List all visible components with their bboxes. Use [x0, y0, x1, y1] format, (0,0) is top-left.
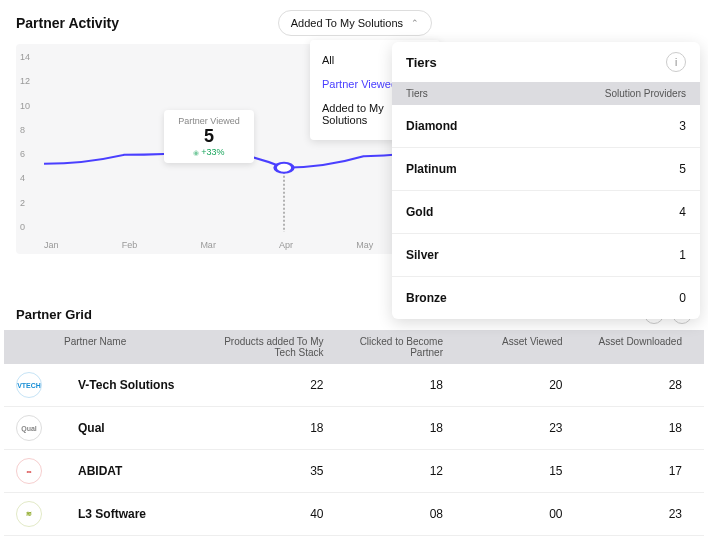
partner-logo: Qual — [16, 415, 42, 441]
x-tick: Jan — [44, 240, 59, 250]
col-products-added: Products added To My Tech Stack — [214, 336, 334, 358]
cell-value: 08 — [334, 507, 454, 521]
svg-point-1 — [275, 163, 293, 173]
col-clicked-become: Clicked to Become Partner — [334, 336, 454, 358]
tier-name: Platinum — [406, 162, 679, 176]
col-asset-downloaded: Asset Downloaded — [573, 336, 693, 358]
info-icon[interactable]: i — [666, 52, 686, 72]
activity-filter-dropdown[interactable]: Added To My Solutions ⌃ — [278, 10, 432, 36]
y-tick: 4 — [20, 173, 40, 183]
col-partner-name: Partner Name — [64, 336, 214, 358]
partner-logo: ∞ — [16, 458, 42, 484]
partner-logo: ≋ — [16, 501, 42, 527]
partner-logo: VTECH — [16, 372, 42, 398]
cell-value: 20 — [453, 378, 573, 392]
tier-count: 3 — [679, 119, 686, 133]
table-row[interactable]: QualQual18182318 — [4, 407, 704, 450]
partner-name: ABIDAT — [64, 464, 214, 478]
x-tick: Apr — [279, 240, 293, 250]
partner-name: V-Tech Solutions — [64, 378, 214, 392]
y-tick: 0 — [20, 222, 40, 232]
dropdown-label: Added To My Solutions — [291, 17, 403, 29]
tiers-panel: Tiers i Tiers Solution Providers Diamond… — [392, 42, 700, 319]
table-row[interactable]: ∞ABIDAT35121517 — [4, 450, 704, 493]
cell-value: 17 — [573, 464, 693, 478]
tier-name: Silver — [406, 248, 679, 262]
tiers-col-providers: Solution Providers — [605, 88, 686, 99]
y-tick: 12 — [20, 76, 40, 86]
tier-count: 5 — [679, 162, 686, 176]
tier-row[interactable]: Gold4 — [392, 191, 700, 234]
tooltip-label: Partner Viewed — [170, 116, 248, 126]
tier-count: 4 — [679, 205, 686, 219]
cell-value: 23 — [453, 421, 573, 435]
partner-activity-title: Partner Activity — [16, 15, 119, 31]
y-tick: 10 — [20, 101, 40, 111]
tier-name: Diamond — [406, 119, 679, 133]
tier-row[interactable]: Silver1 — [392, 234, 700, 277]
cell-value: 28 — [573, 378, 693, 392]
cell-value: 35 — [214, 464, 334, 478]
chevron-up-icon: ⌃ — [411, 18, 419, 28]
tooltip-delta: +33% — [170, 147, 248, 157]
cell-value: 18 — [214, 421, 334, 435]
tier-row[interactable]: Platinum5 — [392, 148, 700, 191]
cell-value: 22 — [214, 378, 334, 392]
tier-count: 1 — [679, 248, 686, 262]
chart-tooltip: Partner Viewed 5 +33% — [164, 110, 254, 163]
y-tick: 14 — [20, 52, 40, 62]
tiers-col-tier: Tiers — [406, 88, 605, 99]
table-row[interactable]: VTECHV-Tech Solutions22182028 — [4, 364, 704, 407]
cell-value: 18 — [573, 421, 693, 435]
cell-value: 15 — [453, 464, 573, 478]
tooltip-value: 5 — [170, 126, 248, 147]
y-tick: 2 — [20, 198, 40, 208]
tier-count: 0 — [679, 291, 686, 305]
col-asset-viewed: Asset Viewed — [453, 336, 573, 358]
tier-name: Bronze — [406, 291, 679, 305]
cell-value: 18 — [334, 378, 454, 392]
y-tick: 8 — [20, 125, 40, 135]
cell-value: 12 — [334, 464, 454, 478]
x-tick: Mar — [200, 240, 216, 250]
tier-row[interactable]: Bronze0 — [392, 277, 700, 319]
cell-value: 18 — [334, 421, 454, 435]
y-tick: 6 — [20, 149, 40, 159]
x-tick: May — [356, 240, 373, 250]
x-tick: Feb — [122, 240, 138, 250]
partner-name: Qual — [64, 421, 214, 435]
partner-name: L3 Software — [64, 507, 214, 521]
cell-value: 23 — [573, 507, 693, 521]
tiers-title: Tiers — [406, 55, 658, 70]
tier-row[interactable]: Diamond3 — [392, 105, 700, 148]
table-row[interactable]: ≋L3 Software40080023 — [4, 493, 704, 536]
cell-value: 00 — [453, 507, 573, 521]
tier-name: Gold — [406, 205, 679, 219]
cell-value: 40 — [214, 507, 334, 521]
